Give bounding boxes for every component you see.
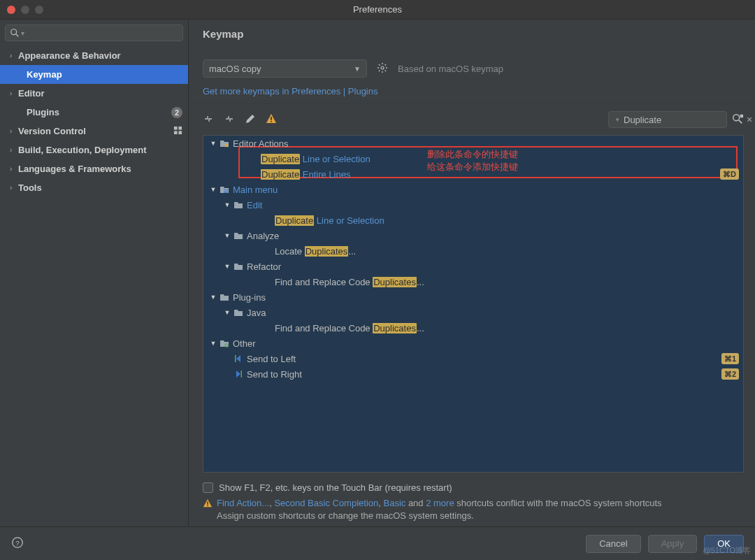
checkbox-label: Show F1, F2, etc. keys on the Touch Bar … <box>219 482 452 493</box>
sidebar-search[interactable]: ▾ <box>5 24 183 41</box>
based-on-hint: Based on macOS keymap <box>398 64 503 74</box>
expand-all-button[interactable] <box>203 113 214 127</box>
sidebar: ▾ ›Appearance & BehaviorKeymap›EditorPlu… <box>0 20 189 526</box>
spacer <box>247 168 258 180</box>
tree-row[interactable]: ▼Plug-ins <box>203 289 743 305</box>
sidebar-item-version-control[interactable]: ›Version Control <box>0 122 188 141</box>
scope-icon <box>173 126 182 137</box>
titlebar: Preferences <box>0 0 755 20</box>
action-search-input[interactable] <box>622 114 742 126</box>
chevron-right-icon: › <box>10 146 17 154</box>
minimize-window-icon[interactable] <box>21 6 29 14</box>
collapse-all-button[interactable] <box>224 113 235 127</box>
chevron-right-icon: › <box>10 127 17 135</box>
tree-row-label: Plug-ins <box>233 292 266 303</box>
keymap-scheme-select[interactable]: macOS copy ▼ <box>203 59 367 78</box>
warning-link[interactable]: Find Action... <box>217 498 269 508</box>
shortcut-badge: ⌘1 <box>721 353 739 364</box>
expander-icon[interactable]: ▼ <box>223 263 231 270</box>
folder-gear-icon <box>219 338 230 349</box>
sidebar-item-appearance-behavior[interactable]: ›Appearance & Behavior <box>0 46 188 65</box>
conflicts-icon[interactable] <box>266 113 277 127</box>
tree-row[interactable]: ▼Edit <box>203 197 743 213</box>
expander-icon[interactable]: ▼ <box>223 232 231 239</box>
tree-row-label: Find and Replace Code Duplicates... <box>275 277 424 287</box>
tree-row[interactable]: Duplicate Line or Selection <box>203 213 743 228</box>
expander-icon[interactable]: ▼ <box>223 201 231 208</box>
expander-icon[interactable]: ▼ <box>209 140 217 147</box>
sidebar-item-languages-frameworks[interactable]: ›Languages & Frameworks <box>0 159 188 178</box>
zoom-window-icon[interactable] <box>35 6 43 14</box>
tree-row-label: Find and Replace Code Duplicates... <box>275 323 424 333</box>
tree-row[interactable]: ▼Main menu <box>203 182 743 197</box>
sidebar-item-keymap[interactable]: Keymap <box>0 65 188 84</box>
spacer <box>261 215 272 226</box>
sidebar-item-label: Keymap <box>27 69 182 80</box>
tree-row[interactable]: ▼Other <box>203 336 743 351</box>
tree-row[interactable]: Find and Replace Code Duplicates... <box>203 320 743 336</box>
sidebar-item-editor[interactable]: ›Editor <box>0 84 188 103</box>
tree-row-label: Analyze <box>247 231 279 241</box>
tree-row-label: Other <box>233 338 256 349</box>
warning-link[interactable]: Basic <box>383 498 405 508</box>
window-controls <box>7 6 43 14</box>
sidebar-item-tools[interactable]: ›Tools <box>0 178 188 197</box>
folder-icon <box>233 261 244 272</box>
tree-row[interactable]: Duplicate Entire Lines⌘D <box>203 166 743 182</box>
help-button[interactable] <box>11 536 24 551</box>
tree-row-label: Main menu <box>233 185 278 195</box>
find-by-shortcut-button[interactable] <box>731 113 744 127</box>
folder-icon <box>219 292 230 303</box>
close-window-icon[interactable] <box>7 6 15 14</box>
tree-row-label: Refactor <box>247 261 281 272</box>
folder-icon <box>233 199 244 210</box>
tree-row[interactable]: Locate Duplicates... <box>203 243 743 259</box>
send-left-icon <box>233 353 244 364</box>
tree-row[interactable]: ▼Refactor <box>203 259 743 274</box>
edit-shortcut-button[interactable] <box>245 113 256 127</box>
tree-row[interactable]: ▼Java <box>203 305 743 320</box>
tree-row[interactable]: ▼Editor Actions <box>203 136 743 151</box>
tree-row[interactable]: Duplicate Line or Selection <box>203 151 743 166</box>
warning-link[interactable]: Second Basic Completion <box>274 498 378 508</box>
expander-icon[interactable]: ▼ <box>209 294 217 301</box>
tree-row[interactable]: Find and Replace Code Duplicates... <box>203 274 743 289</box>
apply-button[interactable]: Apply <box>648 535 698 553</box>
tree-row[interactable]: ▼Analyze <box>203 228 743 243</box>
warning-icon <box>203 498 213 508</box>
sidebar-item-label: Build, Execution, Deployment <box>18 145 182 155</box>
warning-text: Find Action..., Second Basic Completion,… <box>217 497 662 522</box>
cancel-button[interactable]: Cancel <box>586 535 640 553</box>
window-title: Preferences <box>0 4 755 15</box>
tree-row[interactable]: Send to Left⌘1 <box>203 351 743 366</box>
expander-icon[interactable]: ▼ <box>223 309 231 316</box>
clear-search-icon[interactable]: × <box>745 114 754 125</box>
action-search[interactable]: ▾ × <box>608 111 727 128</box>
sidebar-item-plugins[interactable]: Plugins2 <box>0 103 188 122</box>
tree-row[interactable]: Send to Right⌘2 <box>203 366 743 382</box>
tree-row-label: Edit <box>247 200 262 210</box>
chevron-right-icon: › <box>10 184 17 192</box>
folder-icon <box>233 307 244 318</box>
page-title: Keymap <box>203 28 744 40</box>
scheme-actions-button[interactable] <box>377 62 388 76</box>
expander-icon[interactable]: ▼ <box>209 186 217 193</box>
sidebar-item-label: Languages & Frameworks <box>18 164 182 174</box>
sidebar-item-build-execution-deployment[interactable]: ›Build, Execution, Deployment <box>0 141 188 159</box>
send-right-icon <box>233 368 244 380</box>
sidebar-item-label: Tools <box>18 182 182 193</box>
chevron-right-icon: › <box>10 52 17 59</box>
checkbox-box[interactable] <box>203 482 213 493</box>
sidebar-item-label: Plugins <box>27 107 171 117</box>
conflict-warning: Find Action..., Second Basic Completion,… <box>203 497 744 522</box>
tree-row-label: Send to Right <box>247 369 302 380</box>
sidebar-item-label: Appearance & Behavior <box>18 50 182 61</box>
folder-menu-icon <box>219 184 230 195</box>
get-more-keymaps-link[interactable]: Get more keymaps in Preferences | Plugin… <box>203 86 378 96</box>
keymap-tree[interactable]: 删除此条命令的快捷键 给这条命令添加快捷键 ▼Editor ActionsDup… <box>203 135 744 473</box>
expander-icon[interactable]: ▼ <box>209 340 217 347</box>
tree-row-label: Duplicate Line or Selection <box>261 154 371 164</box>
touchbar-checkbox[interactable]: Show F1, F2, etc. keys on the Touch Bar … <box>203 482 744 493</box>
chevron-right-icon: › <box>10 89 17 97</box>
warning-link[interactable]: 2 more <box>426 498 454 508</box>
